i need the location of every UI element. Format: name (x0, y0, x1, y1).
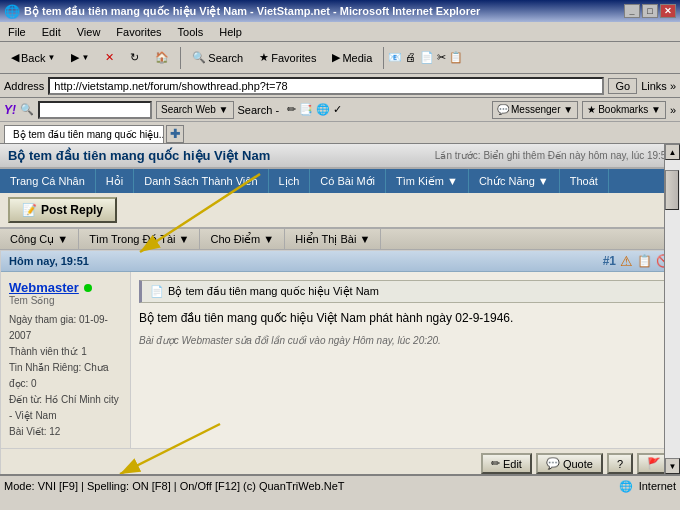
zone-text: Internet (639, 480, 676, 492)
nav-logout[interactable]: Thoát (560, 169, 609, 193)
post-content: 📄 Bộ tem đầu tiên mang quốc hiệu Việt Na… (131, 272, 679, 448)
globe-icon: 🌐 (619, 480, 633, 493)
yahoo-search-box (38, 101, 152, 119)
nav-calendar[interactable]: Lịch (269, 169, 311, 193)
links-button[interactable]: Links » (641, 80, 676, 92)
post-quote: 📄 Bộ tem đầu tiên mang quốc hiệu Việt Na… (139, 280, 671, 303)
thread-tools-bar: Công Cụ ▼ Tìm Trong Đề Tài ▼ Cho Điểm ▼ … (0, 228, 680, 250)
address-input[interactable] (48, 77, 604, 95)
add-tab-button[interactable]: ✚ (166, 125, 184, 143)
post-edited: Bài được Webmaster sửa đổi lần cuối vào … (139, 335, 671, 346)
scrollbar[interactable]: ▲ ▼ (664, 144, 680, 474)
maximize-button[interactable]: □ (642, 4, 658, 18)
back-dropdown-icon: ▼ (47, 53, 55, 62)
yahoo-search-input[interactable] (40, 104, 150, 116)
back-button[interactable]: ◀ Back ▼ (4, 46, 62, 70)
forward-dropdown-icon: ▼ (81, 53, 89, 62)
address-label: Address (4, 80, 44, 92)
menu-file[interactable]: File (4, 25, 30, 39)
bookmarks-icon: ★ (587, 104, 596, 115)
star-icon: ★ (259, 51, 269, 64)
bookmarks-button[interactable]: ★ Bookmarks ▼ (582, 101, 666, 119)
stop-icon: ✕ (105, 51, 114, 64)
toolbar-separator2 (383, 47, 384, 69)
quote-button[interactable]: 💬 Quote (536, 453, 603, 474)
home-icon: 🏠 (155, 51, 169, 64)
toolbar-icons: 📧 🖨 📄 ✂ 📋 (388, 51, 462, 64)
online-indicator (84, 284, 92, 292)
username-link[interactable]: Webmaster (9, 280, 79, 295)
back-arrow-icon: ◀ (11, 51, 19, 64)
reply-icon: 📝 (22, 203, 37, 217)
forward-button[interactable]: ▶ ▼ (64, 46, 96, 70)
yahoo-search-icon: 🔍 (20, 103, 34, 116)
media-button[interactable]: ▶ Media (325, 46, 379, 70)
refresh-button[interactable]: ↻ (123, 46, 146, 70)
forward-icon: ▶ (71, 51, 79, 64)
home-button[interactable]: 🏠 (148, 46, 176, 70)
post-body: Webmaster Tem Sống Ngày tham gia: 01-09-… (1, 272, 679, 448)
menu-view[interactable]: View (73, 25, 105, 39)
go-button[interactable]: Go (608, 78, 637, 94)
scroll-track[interactable] (665, 160, 680, 458)
menu-help[interactable]: Help (215, 25, 246, 39)
post-reply-top-button[interactable]: 📝 Post Reply (8, 197, 117, 223)
refresh-icon: ↻ (130, 51, 139, 64)
address-bar: Address Go Links » (0, 74, 680, 98)
minimize-button[interactable]: _ (624, 4, 640, 18)
user-stats: Ngày tham gia: 01-09-2007 Thành viên thứ… (9, 312, 122, 440)
messenger-button[interactable]: 💬 Messenger ▼ (492, 101, 578, 119)
expand-icon: » (670, 104, 676, 116)
rate-dropdown[interactable]: Cho Điểm ▼ (200, 229, 285, 249)
menu-favorites[interactable]: Favorites (112, 25, 165, 39)
tab-label-active: Bộ tem đầu tiên mang quốc hiệu... (13, 129, 164, 140)
tools-dropdown[interactable]: Công Cụ ▼ (0, 229, 79, 249)
warning-icon: ⚠ (620, 253, 633, 269)
nav-new-posts[interactable]: Có Bài Mới (310, 169, 386, 193)
status-bar: Mode: VNI [F9] | Spelling: ON [F8] | On/… (0, 474, 680, 496)
menu-tools[interactable]: Tools (174, 25, 208, 39)
browser-content: Bộ tem đầu tiên mang quốc hiệu Việt Nam … (0, 144, 680, 474)
post-actions: ✏ Edit 💬 Quote ? 🚩 (1, 448, 679, 474)
scroll-down-button[interactable]: ▼ (665, 458, 680, 474)
nav-ask[interactable]: Hỏi (96, 169, 134, 193)
add-icon: ✚ (170, 127, 180, 141)
post-container: Hôm nay, 19:51 #1 ⚠ 📋 🚫 Webmaster Tem Số… (0, 250, 680, 474)
search-web-dropdown[interactable]: Search Web ▼ (156, 101, 234, 119)
favorites-button[interactable]: ★ Favorites (252, 46, 323, 70)
status-text: Mode: VNI [F9] | Spelling: ON [F8] | On/… (4, 480, 345, 492)
title-bar: 🌐 Bộ tem đầu tiên mang quốc hiệu Việt Na… (0, 0, 680, 22)
edit-button[interactable]: ✏ Edit (481, 453, 532, 474)
forum-nav: Trang Cá Nhân Hỏi Danh Sách Thành Viên L… (0, 169, 680, 193)
toolbar-separator (180, 47, 181, 69)
search-button[interactable]: 🔍 Search (185, 46, 250, 70)
post-header: Hôm nay, 19:51 #1 ⚠ 📋 🚫 (1, 251, 679, 272)
flag-icon: 🚩 (647, 457, 661, 470)
forum-header: Bộ tem đầu tiên mang quốc hiệu Việt Nam … (0, 144, 680, 169)
tab-active[interactable]: Bộ tem đầu tiên mang quốc hiệu... ✕ (4, 125, 164, 143)
yahoo-bar: Y! 🔍 Search Web ▼ Search - ✏ 📑 🌐 ✓ 💬 Mes… (0, 98, 680, 122)
forum-title: Bộ tem đầu tiên mang quốc hiệu Việt Nam (8, 148, 270, 163)
post-userinfo: Webmaster Tem Sống Ngày tham gia: 01-09-… (1, 272, 131, 448)
search-thread-dropdown[interactable]: Tìm Trong Đề Tài ▼ (79, 229, 200, 249)
nav-features[interactable]: Chức Năng ▼ (469, 169, 560, 193)
nav-members[interactable]: Danh Sách Thành Viên (134, 169, 268, 193)
scroll-thumb[interactable] (665, 170, 679, 210)
menu-edit[interactable]: Edit (38, 25, 65, 39)
toolbar: ◀ Back ▼ ▶ ▼ ✕ ↻ 🏠 🔍 Search ★ Favorites … (0, 42, 680, 74)
user-title: Tem Sống (9, 295, 122, 306)
scroll-up-button[interactable]: ▲ (665, 144, 680, 160)
more-button[interactable]: ? (607, 453, 633, 474)
nav-search[interactable]: Tìm Kiếm ▼ (386, 169, 469, 193)
close-button[interactable]: ✕ (660, 4, 676, 18)
forum-header-info: Lần trước: Biển ghi thêm Đến này hôm nay… (435, 150, 672, 161)
report-icon: 📋 (637, 254, 652, 268)
post-text: Bộ tem đầu tiên mang quốc hiệu Việt Nam … (139, 309, 671, 327)
edit-icon: ✏ (491, 457, 500, 470)
nav-profile[interactable]: Trang Cá Nhân (0, 169, 96, 193)
search-icon: 🔍 (192, 51, 206, 64)
yahoo-logo: Y! (4, 103, 16, 117)
post-number: #1 (603, 254, 616, 268)
display-dropdown[interactable]: Hiển Thị Bài ▼ (285, 229, 381, 249)
stop-button[interactable]: ✕ (98, 46, 121, 70)
